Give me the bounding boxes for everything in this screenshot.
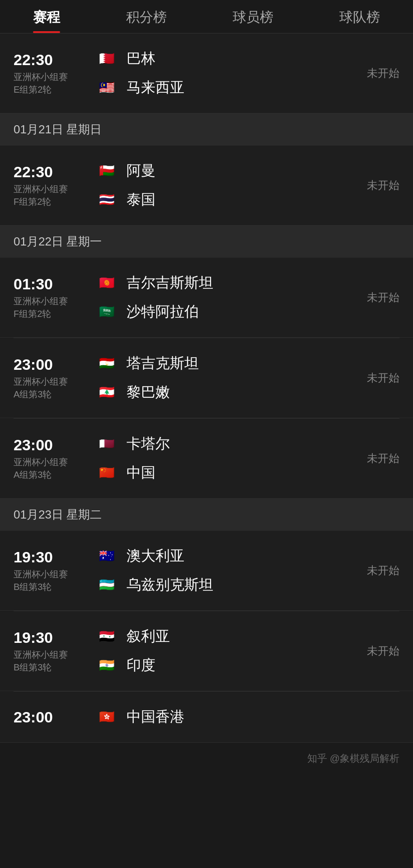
match-status: 未开始 bbox=[354, 371, 399, 385]
tab-standings[interactable]: 积分榜 bbox=[126, 8, 167, 33]
team-flag: 🇭🇰 bbox=[95, 709, 118, 725]
match-status: 未开始 bbox=[354, 451, 399, 466]
match-time: 01:30 bbox=[14, 275, 86, 293]
tab-players[interactable]: 球员榜 bbox=[233, 8, 273, 33]
team-row: 🇴🇲阿曼 bbox=[95, 156, 345, 185]
team-flag: 🇮🇳 bbox=[95, 657, 118, 674]
team-name: 中国香港 bbox=[127, 707, 184, 727]
tab-teams[interactable]: 球队榜 bbox=[339, 8, 380, 33]
match-time-section: 23:00 bbox=[14, 708, 86, 726]
team-flag: 🇶🇦 bbox=[95, 436, 118, 452]
match-block[interactable]: 22:30亚洲杯小组赛F组第2轮🇴🇲阿曼🇹🇭泰国未开始 bbox=[0, 146, 413, 226]
team-name: 中国 bbox=[127, 463, 155, 483]
team-row: 🇮🇳印度 bbox=[95, 651, 345, 680]
match-content: 22:30亚洲杯小组赛E组第2轮🇧🇭巴林🇲🇾马来西亚未开始01月21日 星期日2… bbox=[0, 33, 413, 743]
match-time: 23:00 bbox=[14, 436, 86, 454]
team-row: 🇹🇭泰国 bbox=[95, 185, 345, 214]
team-flag: 🇹🇭 bbox=[95, 192, 118, 208]
date-separator: 01月23日 星期二 bbox=[0, 499, 413, 531]
team-flag: 🇺🇿 bbox=[95, 577, 118, 593]
match-status: 未开始 bbox=[354, 290, 399, 305]
team-row: 🇭🇰中国香港 bbox=[95, 703, 390, 731]
match-status: 未开始 bbox=[354, 563, 399, 578]
match-time: 22:30 bbox=[14, 51, 86, 69]
match-block[interactable]: 22:30亚洲杯小组赛E组第2轮🇧🇭巴林🇲🇾马来西亚未开始 bbox=[0, 33, 413, 113]
team-row: 🇲🇾马来西亚 bbox=[95, 73, 345, 102]
match-status: 未开始 bbox=[354, 644, 399, 658]
team-flag: 🇹🇯 bbox=[95, 355, 118, 372]
match-teams: 🇦🇺澳大利亚🇺🇿乌兹别克斯坦 bbox=[86, 542, 354, 599]
team-name: 巴林 bbox=[127, 49, 155, 69]
team-row: 🇦🇺澳大利亚 bbox=[95, 542, 345, 571]
team-flag: 🇸🇦 bbox=[95, 304, 118, 320]
team-name: 黎巴嫩 bbox=[127, 382, 170, 402]
team-name: 印度 bbox=[127, 656, 155, 675]
team-name: 乌兹别克斯坦 bbox=[127, 575, 213, 595]
match-status: 未开始 bbox=[354, 66, 399, 80]
match-block[interactable]: 23:00亚洲杯小组赛A组第3轮🇶🇦卡塔尔🇨🇳中国未开始 bbox=[0, 419, 413, 499]
match-teams: 🇹🇯塔吉克斯坦🇱🇧黎巴嫩 bbox=[86, 349, 354, 407]
match-block[interactable]: 19:30亚洲杯小组赛B组第3轮🇦🇺澳大利亚🇺🇿乌兹别克斯坦未开始 bbox=[0, 531, 413, 611]
match-time: 19:30 bbox=[14, 548, 86, 566]
team-flag: 🇴🇲 bbox=[95, 163, 118, 179]
match-teams: 🇴🇲阿曼🇹🇭泰国 bbox=[86, 156, 354, 214]
team-row: 🇸🇦沙特阿拉伯 bbox=[95, 297, 345, 326]
match-round: 亚洲杯小组赛B组第3轮 bbox=[14, 568, 86, 593]
match-time-section: 19:30亚洲杯小组赛B组第3轮 bbox=[14, 629, 86, 674]
match-time-section: 22:30亚洲杯小组赛E组第2轮 bbox=[14, 51, 86, 96]
team-flag: 🇱🇧 bbox=[95, 384, 118, 401]
team-name: 阿曼 bbox=[127, 161, 155, 181]
match-round: 亚洲杯小组赛A组第3轮 bbox=[14, 375, 86, 401]
match-round: 亚洲杯小组赛E组第2轮 bbox=[14, 71, 86, 96]
team-row: 🇨🇳中国 bbox=[95, 458, 345, 487]
tab-navigation: 赛程 积分榜 球员榜 球队榜 bbox=[0, 0, 413, 33]
match-teams: 🇭🇰中国香港 bbox=[86, 703, 399, 731]
match-block[interactable]: 01:30亚洲杯小组赛F组第2轮🇰🇬吉尔吉斯斯坦🇸🇦沙特阿拉伯未开始 bbox=[0, 258, 413, 338]
team-flag: 🇸🇾 bbox=[95, 628, 118, 645]
team-name: 泰国 bbox=[127, 190, 155, 210]
team-row: 🇹🇯塔吉克斯坦 bbox=[95, 349, 345, 378]
footer: 知乎 @象棋残局解析 bbox=[0, 743, 413, 774]
team-name: 沙特阿拉伯 bbox=[127, 302, 199, 322]
match-time-section: 23:00亚洲杯小组赛A组第3轮 bbox=[14, 356, 86, 401]
team-name: 吉尔吉斯斯坦 bbox=[127, 273, 213, 293]
date-separator: 01月22日 星期一 bbox=[0, 226, 413, 258]
match-time-section: 01:30亚洲杯小组赛F组第2轮 bbox=[14, 275, 86, 320]
match-block[interactable]: 23:00亚洲杯小组赛A组第3轮🇹🇯塔吉克斯坦🇱🇧黎巴嫩未开始 bbox=[0, 338, 413, 418]
match-block[interactable]: 23:00🇭🇰中国香港 bbox=[0, 692, 413, 743]
match-time-section: 23:00亚洲杯小组赛A组第3轮 bbox=[14, 436, 86, 481]
match-time-section: 19:30亚洲杯小组赛B组第3轮 bbox=[14, 548, 86, 593]
team-name: 叙利亚 bbox=[127, 627, 170, 646]
team-flag: 🇦🇺 bbox=[95, 548, 118, 564]
match-time: 19:30 bbox=[14, 629, 86, 646]
footer-source: 知乎 @象棋残局解析 bbox=[307, 752, 399, 765]
team-name: 卡塔尔 bbox=[127, 434, 170, 454]
team-row: 🇶🇦卡塔尔 bbox=[95, 429, 345, 458]
match-teams: 🇧🇭巴林🇲🇾马来西亚 bbox=[86, 44, 354, 102]
match-teams: 🇸🇾叙利亚🇮🇳印度 bbox=[86, 622, 354, 680]
team-flag: 🇰🇬 bbox=[95, 275, 118, 291]
team-row: 🇱🇧黎巴嫩 bbox=[95, 378, 345, 407]
tab-schedule[interactable]: 赛程 bbox=[33, 8, 60, 33]
match-teams: 🇰🇬吉尔吉斯斯坦🇸🇦沙特阿拉伯 bbox=[86, 269, 354, 326]
match-teams: 🇶🇦卡塔尔🇨🇳中国 bbox=[86, 429, 354, 487]
team-flag: 🇧🇭 bbox=[95, 51, 118, 67]
match-time: 23:00 bbox=[14, 708, 86, 726]
team-flag: 🇲🇾 bbox=[95, 80, 118, 96]
match-round: 亚洲杯小组赛A组第3轮 bbox=[14, 456, 86, 481]
match-round: 亚洲杯小组赛F组第2轮 bbox=[14, 183, 86, 208]
team-row: 🇸🇾叙利亚 bbox=[95, 622, 345, 651]
date-separator: 01月21日 星期日 bbox=[0, 113, 413, 146]
team-row: 🇰🇬吉尔吉斯斯坦 bbox=[95, 269, 345, 297]
match-time: 23:00 bbox=[14, 356, 86, 373]
match-round: 亚洲杯小组赛B组第3轮 bbox=[14, 648, 86, 674]
team-name: 澳大利亚 bbox=[127, 546, 184, 566]
match-time: 22:30 bbox=[14, 163, 86, 181]
team-flag: 🇨🇳 bbox=[95, 465, 118, 481]
match-time-section: 22:30亚洲杯小组赛F组第2轮 bbox=[14, 163, 86, 208]
match-round: 亚洲杯小组赛F组第2轮 bbox=[14, 295, 86, 320]
match-block[interactable]: 19:30亚洲杯小组赛B组第3轮🇸🇾叙利亚🇮🇳印度未开始 bbox=[0, 611, 413, 691]
team-name: 马来西亚 bbox=[127, 78, 184, 98]
team-name: 塔吉克斯坦 bbox=[127, 354, 199, 373]
team-row: 🇧🇭巴林 bbox=[95, 44, 345, 73]
